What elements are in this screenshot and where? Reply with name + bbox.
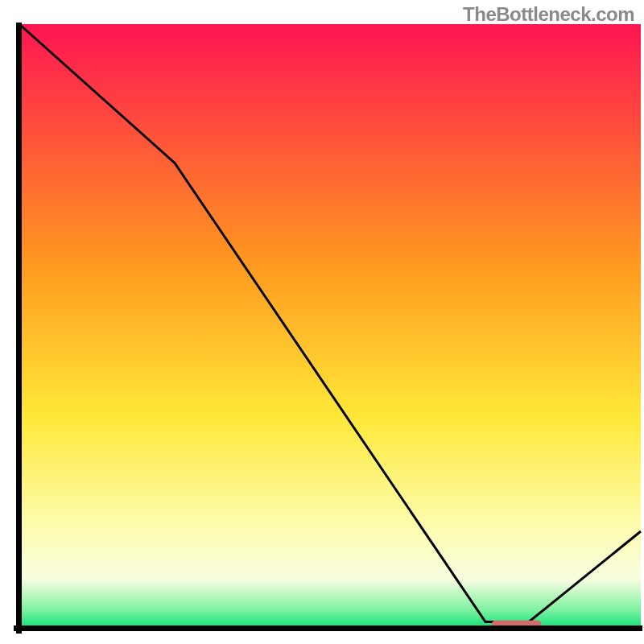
bottleneck-chart [0,0,644,644]
chart-container: TheBottleneck.com [0,0,644,644]
plot-background [19,24,641,628]
watermark-text: TheBottleneck.com [463,3,634,26]
